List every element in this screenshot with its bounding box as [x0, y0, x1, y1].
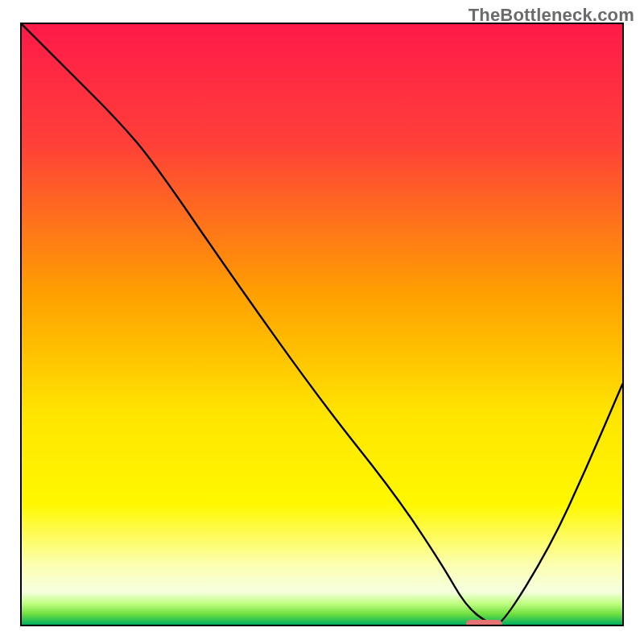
chart-container: TheBottleneck.com — [0, 0, 644, 644]
svg-rect-1 — [466, 620, 502, 625]
optimal-marker — [22, 24, 622, 625]
watermark-label: TheBottleneck.com — [469, 5, 634, 26]
plot-area — [20, 23, 624, 626]
